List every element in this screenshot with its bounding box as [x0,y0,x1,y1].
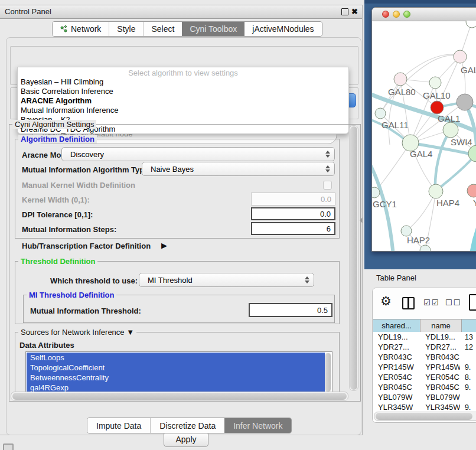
table-row[interactable]: YBR043CYBR043C [373,352,476,362]
tab-jactivemnodules[interactable]: jActiveMNodules [244,22,321,36]
dpi-tolerance-field[interactable]: 0.0 [251,207,335,220]
cyni-toolbox-panel: gal-filtered sif default node Select alg… [6,37,361,435]
aracne-mode-combo[interactable]: Discovery [61,147,335,161]
mi-steps-field[interactable]: 6 [251,222,335,235]
panel-splitter-handle[interactable] [360,217,363,223]
network-node[interactable] [454,50,467,63]
control-panel-title: Control Panel [5,7,51,16]
close-traffic-light-icon[interactable] [382,11,389,18]
network-node[interactable] [372,187,380,198]
tab-cyni-toolbox[interactable]: Cyni Toolbox [182,22,244,36]
float-window-icon[interactable] [341,8,348,15]
network-node-label: GAL1 [438,113,460,123]
network-edge-thin [406,191,436,231]
mi-threshold-group-title: MI Threshold Definition [27,291,116,299]
collapse-arrow-icon[interactable]: ▼ [126,328,134,337]
attribute-item[interactable]: BetweennessCentrality [27,373,325,383]
dropdown-item[interactable]: Mutual Information Inference [18,106,348,115]
tab-discretize-data[interactable]: Discretize Data [150,418,224,433]
minimize-traffic-light-icon[interactable] [393,11,400,18]
settings-vertical-scrollbar[interactable] [349,125,358,391]
table-body: YDL19...YDL19...13YDR27...YDR27...12YBR0… [373,332,476,422]
tab-select[interactable]: Select [143,22,182,36]
network-node[interactable] [394,73,407,86]
mi-threshold-field[interactable]: 0.5 [249,303,332,317]
which-threshold-combo[interactable]: MI Threshold [139,273,314,287]
network-node[interactable] [443,122,458,138]
dropdown-hint: Select algorithm to view settings [18,69,348,77]
network-window-titlebar[interactable] [372,8,476,21]
attribute-item[interactable]: SelfLoops [27,353,325,363]
column-header-name[interactable]: name [420,319,462,332]
table-row[interactable]: YER054CYER054C8. [373,372,476,382]
table-row[interactable]: YDR27...YDR27...12 [373,342,476,352]
network-node-label: HAP2 [407,235,430,245]
table-row[interactable]: YBR045CYBR045C9. [373,382,476,392]
close-icon[interactable]: ✖ [351,7,358,16]
network-node[interactable] [375,108,386,119]
tab-infer-network[interactable]: Infer Network [224,418,291,433]
table-cell: YDR27... [373,343,419,351]
network-node-label: GCY1 [373,199,397,209]
network-node[interactable] [466,21,476,28]
document-icon[interactable] [469,294,476,311]
network-node-label: GAL80 [388,87,416,97]
attribute-list-scrollbar[interactable] [325,353,331,392]
table-cell: 12 [460,343,476,351]
control-panel-window: Control Panel ✖ Network Style Se [0,5,363,435]
tab-network[interactable]: Network [53,22,109,36]
manual-kernel-checkbox[interactable] [323,181,332,190]
algorithm-definition-title: Algorithm Definition [18,135,97,144]
dropdown-item[interactable]: ARACNE Algorithm [18,96,348,106]
dropdown-item[interactable]: Basic Correlation Inference [18,87,348,96]
tab-impute-data[interactable]: Impute Data [87,418,150,433]
network-node[interactable] [429,184,443,198]
data-attributes-label: Data Attributes [19,341,74,350]
settings-horizontal-scrollbar[interactable] [11,392,348,401]
network-node-label: SWI4 [451,137,472,147]
manual-kernel-label: Manual Kernel Width Definition [22,181,135,190]
network-node-label: GAL [461,65,476,75]
hub-definition-label: Hub/Transcription Factor Definition [22,242,151,250]
network-graph[interactable]: GALGAL80GAL10GAL1GAL11GAL4SWI4GCY1HAP4YH… [372,21,476,252]
mi-type-combo[interactable]: Naive Bayes [142,162,335,176]
column-header-partial[interactable] [462,319,476,332]
network-node[interactable] [429,77,441,89]
which-threshold-label: Which threshold to use: [50,276,138,285]
columns-icon[interactable] [402,297,415,309]
network-node[interactable] [431,101,444,114]
dpi-tolerance-label: DPI Tolerance [0,1]: [22,210,93,219]
data-attributes-list[interactable]: SelfLoopsTopologicalCoefficientBetweenne… [25,351,332,393]
deselect-all-checkboxes-icon[interactable]: ☐☐ [445,298,461,307]
mi-type-label: Mutual Information Algorithm Type: [22,165,151,174]
table-horizontal-scrollbar[interactable] [374,412,476,421]
combo-spinner-icon [304,276,309,283]
control-panel-titlebar[interactable]: Control Panel ✖ [0,5,362,19]
table-row[interactable]: YBL079WYBL079W [373,392,476,402]
cyni-settings-title: Cyni Algorithm Settings [12,120,96,129]
expand-arrow-icon[interactable]: ▶ [161,241,167,250]
dropdown-item[interactable]: Bayesian – Hill Climbing [18,77,348,87]
sources-title[interactable]: Sources for Network Inference ▼ [18,328,136,337]
minimized-panel-icon[interactable] [3,444,14,450]
zoom-traffic-light-icon[interactable] [403,11,410,18]
table-row[interactable]: YPR145WYPR145W9. [373,362,476,372]
kernel-width-field[interactable]: 0.0 [251,193,335,206]
table-row[interactable]: YLR345WYLR345W9. [373,402,476,412]
column-header-shared-name[interactable]: shared... [373,319,420,332]
network-node[interactable] [457,94,473,110]
table-row[interactable]: YDL19...YDL19...13 [373,332,476,342]
tab-style[interactable]: Style [109,22,143,36]
table-cell: 8. [460,373,476,381]
table-cell: YDR27... [419,343,459,351]
mi-steps-label: Mutual Information Steps: [22,225,116,234]
network-node[interactable] [468,145,476,162]
gear-icon[interactable]: ⚙ [380,294,392,308]
network-node[interactable] [467,184,476,197]
network-node[interactable] [420,245,431,252]
select-all-checkboxes-icon[interactable]: ☑☑ [423,298,439,307]
apply-button[interactable]: Apply [164,432,208,447]
network-view-window: GALGAL80GAL10GAL1GAL11GAL4SWI4GCY1HAP4YH… [371,7,476,252]
tab-network-label: Network [71,24,101,34]
attribute-item[interactable]: TopologicalCoefficient [27,363,325,373]
